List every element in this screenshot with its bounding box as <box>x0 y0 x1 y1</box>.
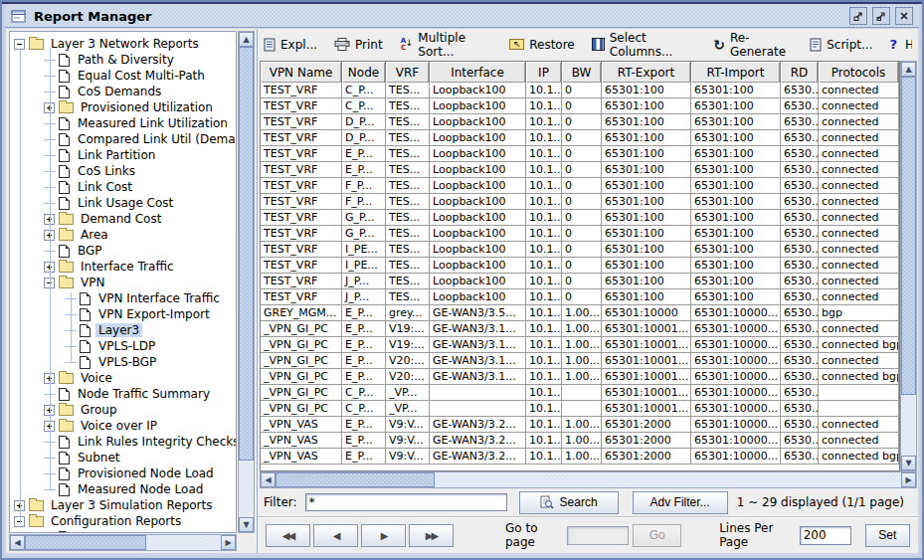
table-row[interactable]: TEST_VRFF_P...TES...Loopback10010.1...06… <box>261 178 899 194</box>
multiple-sort-button[interactable]: AC↓Multiple Sort... <box>400 31 493 59</box>
tree-item-label[interactable]: VPLS-BGP <box>95 355 159 369</box>
tree-item-label[interactable]: BGP <box>75 244 105 258</box>
tree-item[interactable]: Measured Link Utilization <box>10 115 236 131</box>
scroll-right-icon[interactable]: ▶ <box>221 535 236 550</box>
table-horizontal-scrollbar[interactable]: ◀ ▶ <box>260 471 917 488</box>
tree-item-label[interactable]: Voice <box>78 371 115 385</box>
restore-button[interactable]: ↖Restore <box>509 38 575 52</box>
table-row[interactable]: _VPN_GI_PCC_P..._VP...10.1...65301:10001… <box>261 401 899 417</box>
table-row[interactable]: TEST_VRFJ_P...TES...Loopback10010.1...06… <box>261 274 899 289</box>
tree-item[interactable]: −Configuration Reports <box>10 513 236 529</box>
table-row[interactable]: TEST_VRFG_P...TES...Loopback10010.1...06… <box>261 210 899 226</box>
tree-item[interactable]: Subnet <box>10 450 236 466</box>
table-row[interactable]: _VPN_GI_PCC_P..._VP...10.1...65301:10001… <box>261 385 899 401</box>
tree-item-label[interactable]: Area <box>78 228 111 242</box>
tree-item[interactable]: VPN Export-Import <box>10 306 236 322</box>
tree-item-label[interactable]: CoS Demands <box>75 85 164 98</box>
column-header-bw[interactable]: BW <box>562 62 602 83</box>
table-row[interactable]: _VPN_VASE_P...V9:V...GE-WAN3/3.2...10.1.… <box>261 433 899 449</box>
table-row[interactable]: TEST_VRFE_P...TES...Loopback10010.1...06… <box>261 162 899 178</box>
tree-item-label[interactable]: CoS Links <box>75 164 138 178</box>
tree-item[interactable]: +Layer 3 Simulation Reports <box>10 497 236 513</box>
tree-item[interactable]: Provisioned Node Load <box>10 466 236 481</box>
tree-item[interactable]: Compared Link Util (Demand <box>10 131 236 147</box>
table-row[interactable]: TEST_VRFF_P...TES...Loopback10010.1...06… <box>261 194 899 210</box>
scroll-down-icon[interactable]: ▼ <box>239 517 254 532</box>
column-header-rd[interactable]: RD <box>781 62 819 83</box>
tree-horizontal-scrollbar[interactable]: ◀ ▶ <box>9 534 237 551</box>
column-header-rt-import[interactable]: RT-Import <box>691 62 781 83</box>
tree-item[interactable]: BGP <box>10 243 236 259</box>
table-row[interactable]: _VPN_GI_PCE_P...V19:...GE-WAN3/3.1...10.… <box>261 337 899 353</box>
tree-item[interactable]: +Interface Traffic <box>10 259 236 275</box>
search-button[interactable]: Search <box>519 491 619 514</box>
tree-item-label[interactable]: Layer3 <box>95 323 142 337</box>
tree-item[interactable]: +Voice over IP <box>10 418 236 434</box>
table-row[interactable]: TEST_VRFI_PE...TES...Loopback10010.1...0… <box>261 258 899 274</box>
tree-item[interactable]: +Group <box>10 402 236 418</box>
tree-item[interactable]: CoS Links <box>10 163 236 179</box>
tree-item[interactable]: −VPN <box>10 275 236 290</box>
tree-item[interactable]: VPLS-LDP <box>10 338 236 354</box>
tree-item[interactable]: Equal Cost Multi-Path <box>10 68 236 84</box>
help-button[interactable]: ? <box>889 37 897 52</box>
maximize-button[interactable] <box>872 7 890 25</box>
tree-item-label[interactable]: Demand Cost <box>78 212 164 226</box>
scroll-right-icon[interactable]: ▶ <box>901 472 916 487</box>
scroll-up-icon[interactable]: ▲ <box>239 32 254 47</box>
tree-item-label[interactable]: Link Rules Integrity Checks <box>75 435 237 449</box>
tree-item[interactable]: Path & Diversity <box>10 52 236 68</box>
tree-item[interactable]: Link Usage Cost <box>10 195 236 211</box>
tree-item[interactable]: VPLS-BGP <box>10 354 236 370</box>
tree-item-label[interactable]: Measured Link Utilization <box>75 116 231 130</box>
tree-item[interactable]: +Area <box>10 227 236 243</box>
column-header-rt-export[interactable]: RT-Export <box>602 62 691 83</box>
table-row[interactable]: GREY_MGM...E_P...grey...GE-WAN3/3.5...10… <box>261 305 899 321</box>
column-header-protocols[interactable]: Protocols <box>819 62 899 83</box>
tree-item-label[interactable]: Node Traffic Summary <box>75 387 213 401</box>
table-row[interactable]: TEST_VRFD_P...TES...Loopback10010.1...06… <box>261 114 899 130</box>
script-button[interactable]: Script... <box>810 38 872 52</box>
tree-item[interactable]: +Demand Cost <box>10 211 236 227</box>
table-row[interactable]: TEST_VRFG_P...TES...Loopback10010.1...06… <box>261 226 899 242</box>
table-row[interactable]: TEST_VRFE_P...TES...Loopback10010.1...06… <box>261 146 899 162</box>
table-row[interactable]: TEST_VRFJ_P...TES...Loopback10010.1...06… <box>261 289 899 305</box>
tree-item-label[interactable]: VPN Interface Traffic <box>95 291 223 305</box>
tree-item-label[interactable]: Provisioned Utilization <box>78 100 216 114</box>
scroll-up-icon[interactable]: ▲ <box>901 62 916 77</box>
last-page-button[interactable]: ▶▶ <box>409 524 454 547</box>
column-header-vrf[interactable]: VRF <box>386 62 430 83</box>
tree-item[interactable]: Node Traffic Summary <box>10 386 236 402</box>
scroll-thumb[interactable] <box>25 535 146 550</box>
tree-item-label[interactable]: Voice over IP <box>78 419 160 433</box>
adv-filter-button[interactable]: Adv Filter... <box>633 491 728 514</box>
tree-item-label[interactable]: Link Cost <box>75 180 135 194</box>
close-button[interactable] <box>895 7 913 25</box>
tree-item-label[interactable]: Equal Cost Multi-Path <box>75 69 208 83</box>
goto-page-input[interactable] <box>567 526 629 545</box>
table-row[interactable]: _VPN_GI_PCE_P...V19:...GE-WAN3/3.1...10.… <box>261 321 899 337</box>
tree-item[interactable]: CoS Demands <box>10 84 236 99</box>
tree-item[interactable]: Measured Node Load <box>10 481 236 497</box>
tree-item-label[interactable]: Provisioned Node Load <box>75 467 217 480</box>
scroll-left-icon[interactable]: ◀ <box>261 472 276 487</box>
tree-item[interactable] <box>10 529 236 533</box>
tree-item-label[interactable]: Measured Node Load <box>75 482 206 496</box>
table-row[interactable]: TEST_VRFC_P...TES...Loopback10010.1...06… <box>261 98 899 114</box>
tree-item[interactable]: +Provisioned Utilization <box>10 99 236 115</box>
tree-item-label[interactable]: Layer 3 Network Reports <box>48 37 202 51</box>
filter-input[interactable] <box>305 493 507 511</box>
tree-item-label[interactable]: Link Partition <box>75 148 158 162</box>
tree-item-label[interactable]: Layer 3 Simulation Reports <box>48 498 216 512</box>
table-row[interactable]: _VPN_GI_PCE_P...V20:...GE-WAN3/3.1...10.… <box>261 369 899 385</box>
tree-item-label[interactable]: Group <box>78 403 120 417</box>
column-header-interface[interactable]: Interface <box>430 62 526 83</box>
tree-item[interactable]: −Layer 3 Network Reports <box>10 36 236 52</box>
first-page-button[interactable]: ◀◀ <box>266 524 310 547</box>
iconify-button[interactable] <box>849 7 867 25</box>
tree-item[interactable]: VPN Interface Traffic <box>10 290 236 306</box>
tree-item[interactable]: Link Partition <box>10 147 236 163</box>
explanation-button[interactable]: Expl... <box>264 38 317 52</box>
tree-item[interactable]: Link Rules Integrity Checks <box>10 434 236 450</box>
tree-item-label[interactable]: Path & Diversity <box>75 53 177 67</box>
